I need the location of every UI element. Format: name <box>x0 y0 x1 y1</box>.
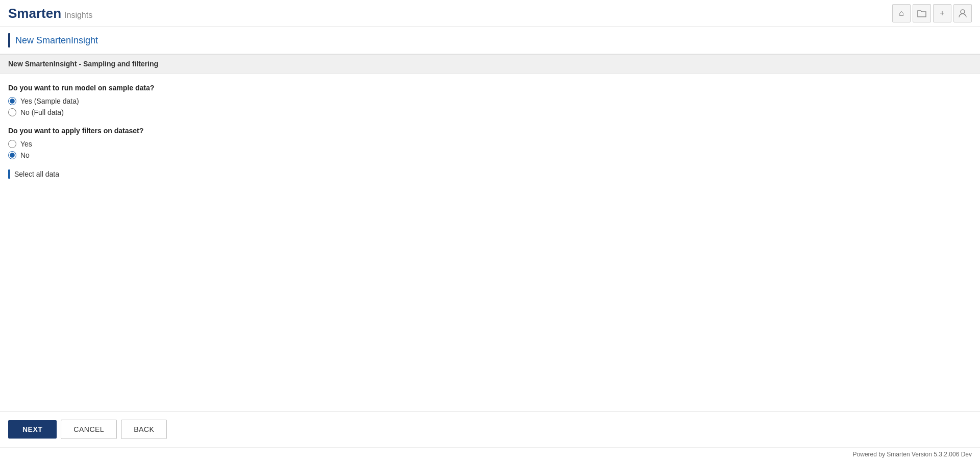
page-title-bar: New SmartenInsight <box>0 27 980 54</box>
select-all-data: Select all data <box>8 169 972 179</box>
q1-option-yes[interactable]: Yes (Sample data) <box>8 97 972 105</box>
next-button[interactable]: NEXT <box>8 420 57 439</box>
footer-actions: NEXT CANCEL BACK <box>0 411 980 447</box>
question-1-label: Do you want to run model on sample data? <box>8 84 972 92</box>
logo-smarten: Smarten <box>8 6 61 21</box>
q1-radio-no[interactable] <box>8 108 16 116</box>
app-logo: Smarten Insights <box>8 6 92 21</box>
user-icon-button[interactable] <box>953 4 972 22</box>
question-1-options: Yes (Sample data) No (Full data) <box>8 97 972 116</box>
home-icon-button[interactable]: ⌂ <box>892 4 911 22</box>
q2-option-yes[interactable]: Yes <box>8 140 972 148</box>
q2-radio-yes[interactable] <box>8 140 16 148</box>
folder-icon-button[interactable] <box>913 4 931 22</box>
logo-insights: Insights <box>64 11 92 20</box>
add-icon-button[interactable]: + <box>933 4 951 22</box>
section-header: New SmartenInsight - Sampling and filter… <box>0 54 980 74</box>
q2-radio-no[interactable] <box>8 151 16 159</box>
question-2-label: Do you want to apply filters on dataset? <box>8 127 972 135</box>
q1-label-no[interactable]: No (Full data) <box>20 108 64 116</box>
powered-by-text: Powered by Smarten Version 5.3.2.006 Dev <box>853 451 972 458</box>
q2-label-no[interactable]: No <box>20 151 30 159</box>
svg-point-0 <box>961 10 965 14</box>
select-all-accent <box>8 169 10 179</box>
cancel-button[interactable]: CANCEL <box>61 420 117 439</box>
app-header: Smarten Insights ⌂ + <box>0 0 980 27</box>
page-title: New SmartenInsight <box>15 35 98 46</box>
main-content: Do you want to run model on sample data?… <box>0 74 980 411</box>
back-button[interactable]: BACK <box>121 420 167 439</box>
q1-radio-yes[interactable] <box>8 97 16 105</box>
q1-option-no[interactable]: No (Full data) <box>8 108 972 116</box>
select-all-label: Select all data <box>14 170 59 178</box>
q1-label-yes[interactable]: Yes (Sample data) <box>20 97 79 105</box>
bottom-bar: Powered by Smarten Version 5.3.2.006 Dev <box>0 447 980 461</box>
q2-option-no[interactable]: No <box>8 151 972 159</box>
question-2-options: Yes No <box>8 140 972 159</box>
q2-label-yes[interactable]: Yes <box>20 140 32 148</box>
title-accent <box>8 33 10 47</box>
header-icon-group: ⌂ + <box>892 4 972 22</box>
